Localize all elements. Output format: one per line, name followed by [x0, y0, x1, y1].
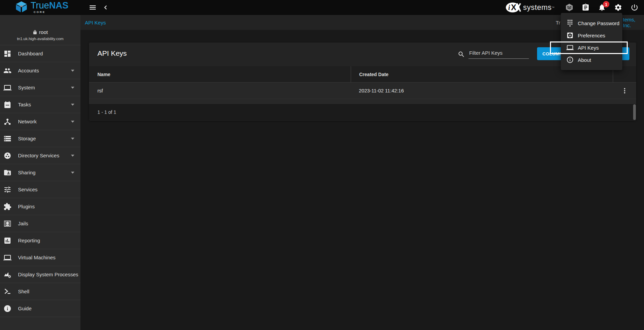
- chevron-down-icon: [71, 138, 74, 140]
- api-keys-card: API Keys COLUMNS ADD Name Created Date r…: [89, 42, 636, 121]
- sidebar-item-reporting[interactable]: Reporting: [0, 232, 80, 249]
- network-hub-icon: [3, 118, 12, 126]
- sidebar-item-virtual-machines[interactable]: Virtual Machines: [0, 249, 80, 266]
- menu-item-api-keys[interactable]: API Keys: [561, 41, 622, 54]
- cell-created-date: 2023-11-02 11:42:16: [351, 83, 613, 99]
- card-scrollbar[interactable]: [633, 104, 636, 120]
- truenas-logo-icon: [15, 1, 28, 13]
- table-row[interactable]: rsf 2023-11-02 11:42:16: [89, 83, 636, 99]
- dashboard-icon: [3, 50, 12, 58]
- chevron-down-icon: [71, 172, 74, 174]
- sidebar-item-services[interactable]: Services: [0, 181, 80, 198]
- column-header-name[interactable]: Name: [89, 66, 351, 82]
- jails-icon: [3, 220, 12, 228]
- sidebar-item-jails[interactable]: Jails: [0, 215, 80, 232]
- sidebar-item-dashboard[interactable]: Dashboard: [0, 45, 80, 62]
- hamburger-menu-icon[interactable]: [89, 3, 97, 12]
- brand-edition: CORE: [34, 11, 69, 14]
- row-kebab-menu-icon[interactable]: [621, 87, 629, 95]
- sidebar-item-directory-services[interactable]: Directory Services: [0, 147, 80, 164]
- menu-item-about[interactable]: About: [561, 54, 622, 66]
- dialpad-icon: [566, 19, 574, 27]
- tasks-clipboard-icon[interactable]: [582, 3, 590, 12]
- sidebar-item-network[interactable]: Network: [0, 113, 80, 130]
- services-tune-icon: [3, 186, 12, 194]
- page-title: API Keys: [97, 49, 127, 57]
- system-processes-icon: [3, 271, 12, 279]
- api-keys-laptop-icon: [566, 44, 574, 51]
- breadcrumb-bar: API Keys Tr tems, Inc.: [80, 15, 644, 30]
- settings-gear-icon[interactable]: [614, 3, 622, 12]
- sidebar-item-guide[interactable]: Guide: [0, 300, 80, 317]
- power-icon[interactable]: [630, 3, 639, 12]
- hostname: tn1.uk.high-availability.com: [17, 37, 63, 41]
- chevron-down-icon: [71, 121, 74, 123]
- truenas-logo: TrueNAS CORE: [15, 1, 69, 14]
- menu-item-preferences[interactable]: Preferences: [561, 29, 622, 41]
- directory-services-icon: [3, 152, 12, 160]
- chevron-down-icon: [71, 70, 74, 72]
- search-icon[interactable]: [458, 51, 465, 58]
- sidebar-item-plugins[interactable]: Plugins: [0, 198, 80, 215]
- ixsystems-logo-icon: i X: [505, 2, 522, 13]
- preferences-gear-icon: [566, 32, 574, 39]
- truenas-mark-icon[interactable]: [565, 3, 573, 12]
- chevron-down-icon: [71, 155, 74, 157]
- user-settings-menu: Change Password Preferences API Keys Abo…: [561, 13, 622, 70]
- sidebar-user-block: root tn1.uk.high-availability.com: [0, 15, 80, 45]
- table-header: Name Created Date: [89, 66, 636, 83]
- notifications-bell-icon[interactable]: 1: [598, 3, 606, 12]
- breadcrumb[interactable]: API Keys: [85, 15, 106, 30]
- guide-info-icon: [3, 305, 12, 313]
- sidebar-item-sharing[interactable]: Sharing: [0, 164, 80, 181]
- topbar: TrueNAS CORE i X systems™: [0, 0, 644, 15]
- sidebar-item-tasks[interactable]: Tasks: [0, 96, 80, 113]
- main-content: API Keys COLUMNS ADD Name Created Date r…: [80, 30, 644, 330]
- paginator-range: 1 - 1 of 1: [97, 109, 116, 115]
- ixsystems-copyright-fragment[interactable]: tems, Inc.: [623, 15, 644, 30]
- topbar-right-text-fragment: Tr: [556, 15, 560, 30]
- storage-icon: [3, 135, 12, 143]
- shell-terminal-icon: [3, 288, 12, 296]
- tasks-calendar-icon: [3, 101, 12, 109]
- chevron-down-icon: [71, 87, 74, 89]
- sidebar-item-shell[interactable]: Shell: [0, 283, 80, 300]
- plugins-puzzle-icon: [3, 203, 12, 211]
- ixsystems-logo: i X systems™: [505, 2, 554, 13]
- reporting-chart-icon: [3, 237, 12, 245]
- brand-nas: NAS: [49, 0, 69, 11]
- paginator: 1 - 1 of 1: [89, 104, 636, 120]
- cell-name: rsf: [89, 83, 351, 99]
- user-name: root: [39, 29, 48, 35]
- menu-item-change-password[interactable]: Change Password: [561, 17, 622, 29]
- about-info-icon: [566, 56, 574, 64]
- accounts-people-icon: [3, 67, 12, 75]
- sharing-folder-icon: [3, 169, 12, 177]
- sidebar-item-storage[interactable]: Storage: [0, 130, 80, 147]
- ixsystems-logo-text: systems: [523, 3, 552, 12]
- filter-input[interactable]: [468, 49, 529, 59]
- sidebar-item-system[interactable]: System: [0, 79, 80, 96]
- vm-laptop-icon: [3, 254, 12, 262]
- sidebar-item-accounts[interactable]: Accounts: [0, 62, 80, 79]
- brand-true: True: [31, 0, 49, 11]
- lock-icon: [33, 30, 37, 35]
- sidebar: root tn1.uk.high-availability.com Dashbo…: [0, 15, 80, 330]
- notifications-badge: 1: [603, 1, 609, 7]
- svg-text:i: i: [508, 4, 510, 11]
- chevron-down-icon: [71, 104, 74, 106]
- back-chevron-icon[interactable]: [102, 3, 110, 12]
- system-laptop-icon: [3, 84, 12, 92]
- sidebar-item-display-system-processes[interactable]: Display System Processes: [0, 266, 80, 283]
